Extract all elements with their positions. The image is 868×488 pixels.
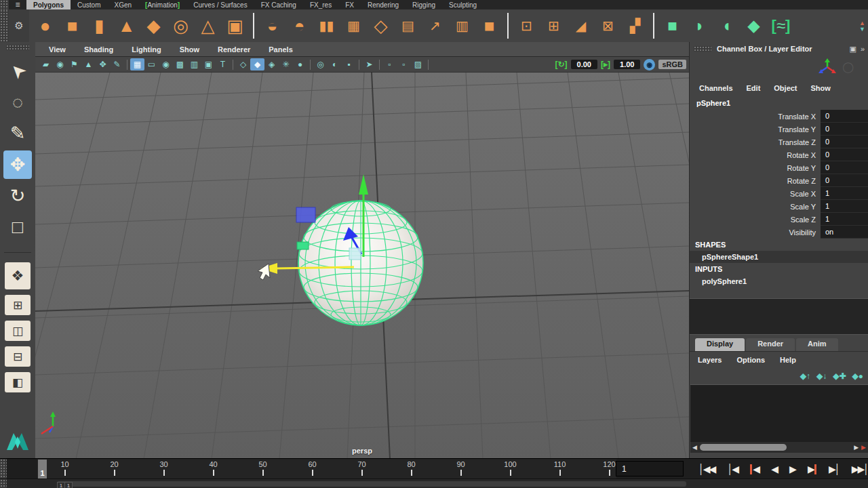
tab-polygons[interactable]: Polygons [26,0,71,9]
channel-box-menu-edit[interactable]: Edit [747,84,761,92]
tear-off-copy-icon[interactable]: ▫ [397,58,411,70]
tab-fx-caching[interactable]: FX Caching [254,0,303,9]
srgb-button[interactable]: sRGB [658,60,686,69]
layout-four-pane-button[interactable]: ⊞ [5,295,31,315]
layer-menu-help[interactable]: Help [780,356,796,364]
shelf-scroll-down-icon[interactable]: ▼ [859,26,865,33]
layer-menu-layers[interactable]: Layers [698,356,722,364]
range-start-handle-2[interactable]: 1 [64,482,73,488]
play-backwards-button[interactable]: ◀ [771,464,777,474]
paint-select-tool[interactable]: ✎ [3,119,32,148]
extrude-icon[interactable]: ▥ [449,12,475,39]
shadows-icon[interactable]: ● [293,58,307,70]
select-camera-icon[interactable]: ▰ [39,58,53,70]
textured-icon[interactable]: ◈ [264,58,279,70]
tab-fx[interactable]: FX [338,0,361,9]
drag-handle[interactable] [0,9,9,42]
paint-effects-icon[interactable]: ≈ [768,12,794,39]
layer-scrollbar[interactable]: ◀ ▶ ▶ [690,442,868,453]
layout-persp-graph-button[interactable]: ⊟ [5,346,31,367]
hamburger-menu-icon[interactable]: ≡ [9,0,26,9]
shape-node-row[interactable]: pSphereShape1 [690,251,868,263]
sculpt-cloth-icon[interactable]: ◗ [686,12,713,39]
drag-handle[interactable] [0,459,7,479]
poly-cone-icon[interactable]: ▲ [113,12,140,39]
sculpt-plane-icon[interactable]: ■ [659,12,686,39]
ambient-occlusion-icon[interactable]: ◎ [313,58,328,70]
range-slider-track[interactable]: 1 1 [57,481,686,487]
drag-handle[interactable] [0,479,7,488]
layout-hypershade-persp-button[interactable]: ◧ [5,372,31,392]
gear-icon[interactable]: ⚙ [9,9,29,42]
tab-curves-surfaces[interactable]: Curves / Surfaces [186,0,254,9]
layer-tab-display[interactable]: Display [695,338,745,351]
attribute-value-field[interactable]: 1 [821,187,868,200]
gamma-field[interactable]: 1.00 [614,60,640,69]
pan-zoom-icon[interactable]: ✥ [96,58,110,70]
safe-title-icon[interactable]: T [216,58,230,70]
step-forward-frame-button[interactable]: ▶│ [829,464,840,474]
subdivide-icon[interactable]: ▦ [340,12,367,39]
insert-edge-loop-icon[interactable]: ⊞ [540,12,567,39]
smooth-icon[interactable]: ▤ [395,12,421,39]
input-node-row[interactable]: polySphere1 [690,275,868,287]
scroll-left-icon[interactable]: ◀ [692,444,697,451]
tab-xgen[interactable]: XGen [107,0,138,9]
anti-aliasing-icon[interactable]: ▪ [342,58,356,70]
attribute-value-field[interactable]: 0 [821,148,868,161]
attribute-value-field[interactable]: 1 [821,213,868,226]
create-layer-from-selected-icon[interactable]: ◆● [852,371,863,381]
delete-edge-icon[interactable]: ⊠ [595,12,621,39]
move-layer-up-icon[interactable]: ◆↑ [800,371,810,381]
tab-sculpting[interactable]: Sculpting [442,0,484,9]
channel-box-menu-show[interactable]: Show [811,84,831,92]
mirror-icon[interactable]: ◒ [259,12,285,39]
exposure-icon[interactable]: [↻] [555,60,568,69]
poly-cylinder-icon[interactable]: ▮ [86,12,113,39]
gate-mask-icon[interactable]: ▩ [173,58,187,70]
mirror-cut-icon[interactable]: ◓ [286,12,313,39]
motion-blur-icon[interactable]: ◐ [328,58,342,70]
range-slider[interactable]: 1 1 [0,479,868,488]
drag-handle[interactable] [694,46,711,52]
drag-handle[interactable] [6,45,29,50]
go-to-end-button[interactable]: ▶▶│ [852,464,868,474]
field-chart-icon[interactable]: ▥ [187,58,201,70]
layout-outliner-persp-button[interactable]: ◫ [5,321,31,341]
go-to-start-button[interactable]: │◀◀ [698,464,715,474]
safe-action-icon[interactable]: ▣ [201,58,216,70]
sculpt-cloth-2-icon[interactable]: ◖ [713,12,740,39]
film-gate-icon[interactable]: ▭ [144,58,159,70]
poly-plane-icon[interactable]: ◆ [140,12,167,39]
viewport-menu-show[interactable]: Show [180,45,199,54]
rotate-tool[interactable]: ↻ [3,182,32,210]
grid-icon[interactable]: ▦ [130,58,144,70]
tab-rendering[interactable]: Rendering [361,0,406,9]
combine-icon[interactable]: ▮▮ [313,12,340,39]
viewport-menu-view[interactable]: View [49,45,66,54]
step-back-frame-button[interactable]: │◀ [727,464,738,474]
scroll-right-icon[interactable]: ▶ [854,444,859,451]
resolution-gate-icon[interactable]: ◉ [159,58,173,70]
image-plane-icon[interactable]: ▲ [81,58,96,70]
sculpt-cube-icon[interactable]: ◆ [741,12,767,39]
drag-handle[interactable] [0,0,9,9]
layer-list[interactable] [690,384,868,442]
collapse-panel-icon[interactable]: » [861,45,865,54]
attribute-value-field[interactable]: 0 [821,136,868,148]
quad-draw-icon[interactable]: ▞ [622,12,648,39]
camera-attributes-icon[interactable]: ◉ [53,58,67,70]
scroll-right-end-icon[interactable]: ▶ [861,444,866,451]
attribute-value-field[interactable]: 0 [821,123,868,136]
attribute-value-field[interactable]: 0 [821,110,868,123]
create-empty-layer-icon[interactable]: ◆✚ [833,371,846,381]
selected-object-name[interactable]: pSphere1 [690,96,868,110]
tab-fx-res[interactable]: FX_res [303,0,338,9]
tab-rigging[interactable]: Rigging [406,0,442,9]
step-back-key-button[interactable]: ◀ [750,464,759,474]
move-layer-down-icon[interactable]: ◆↓ [816,371,827,381]
timeline-ticks[interactable]: 10 20 30 40 50 60 70 80 90 100 110 120 [37,459,616,479]
use-all-lights-icon[interactable]: ✳ [279,58,293,70]
poly-torus-icon[interactable]: ◎ [167,12,194,39]
viewport-menu-renderer[interactable]: Renderer [218,45,250,54]
